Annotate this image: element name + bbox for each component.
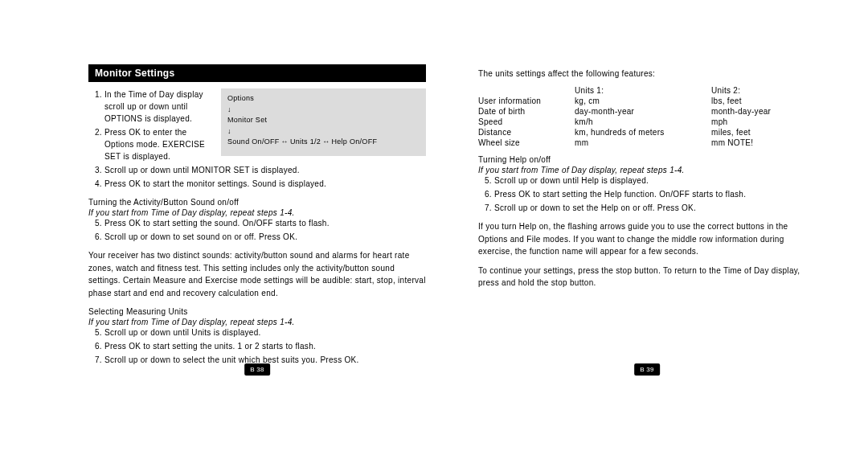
steps-help: Scroll up or down until Help is displaye… bbox=[483, 174, 816, 214]
cell: kg, cm bbox=[575, 96, 711, 105]
double-arrow-icon: ↔ bbox=[280, 138, 290, 146]
subhead-sound: Turning the Activity/Button Sound on/off bbox=[88, 198, 426, 207]
cell: km, hundreds of meters bbox=[575, 128, 711, 137]
steps-units: Scroll up or down until Units is display… bbox=[93, 326, 426, 366]
box-seg-help: Help On/OFF bbox=[331, 138, 377, 146]
double-arrow-icon: ↔ bbox=[321, 138, 331, 146]
step-4: Press OK to start the monitor settings. … bbox=[104, 178, 426, 190]
cell: km/h bbox=[575, 117, 711, 126]
step-3: Scroll up or down until MONITOR SET is d… bbox=[104, 164, 426, 176]
box-monitor-set: Monitor Set bbox=[227, 115, 420, 126]
right-page: The units settings affect the following … bbox=[478, 64, 816, 367]
box-seg-units: Units 1/2 bbox=[290, 138, 321, 146]
col-header-units1: Units 1: bbox=[575, 86, 711, 95]
continue-paragraph: To continue your settings, press the sto… bbox=[478, 265, 816, 289]
page-number: B 38 bbox=[244, 363, 270, 376]
repeat-note: If you start from Time of Day display, r… bbox=[88, 208, 426, 217]
row-label: Wheel size bbox=[478, 138, 575, 147]
step-7c: Scroll up or down to set the Help on or … bbox=[494, 202, 816, 214]
units-intro: The units settings affect the following … bbox=[478, 69, 816, 78]
step-5: Press OK to start setting the sound. On/… bbox=[104, 217, 426, 229]
step-5c: Scroll up or down until Help is displaye… bbox=[494, 174, 816, 187]
page-number: B 39 bbox=[634, 363, 660, 376]
subhead-units: Selecting Measuring Units bbox=[88, 307, 426, 316]
menu-diagram: Options Monitor Set Sound On/OFF↔Units 1… bbox=[221, 88, 426, 156]
cell: miles, feet bbox=[711, 128, 808, 137]
subhead-help: Turning Help on/off bbox=[478, 155, 816, 164]
section-title: Monitor Settings bbox=[88, 64, 426, 82]
box-seg-sound: Sound On/OFF bbox=[227, 138, 280, 146]
cell: mph bbox=[711, 117, 808, 126]
step-1: In the Time of Day display scroll up or … bbox=[104, 88, 213, 125]
cell: day-month-year bbox=[575, 107, 711, 116]
left-page: Monitor Settings In the Time of Day disp… bbox=[88, 64, 426, 367]
cell: mm bbox=[575, 138, 711, 147]
step-2: Press OK to enter the Options mode. EXER… bbox=[104, 126, 213, 162]
col-header-units2: Units 2: bbox=[711, 86, 808, 95]
row-label: Distance bbox=[478, 128, 575, 137]
cell: mm NOTE! bbox=[711, 138, 808, 147]
steps-initial: In the Time of Day display scroll up or … bbox=[93, 88, 213, 164]
row-label: Speed bbox=[478, 117, 575, 126]
step-5b: Scroll up or down until Units is display… bbox=[104, 326, 426, 339]
steps-sound: Press OK to start setting the sound. On/… bbox=[93, 217, 426, 243]
units-table: Units 1: Units 2: User information kg, c… bbox=[478, 86, 816, 147]
step-6: Scroll up or down to set sound on or off… bbox=[104, 231, 426, 243]
arrow-down-icon bbox=[227, 105, 420, 116]
box-bottom-row: Sound On/OFF↔Units 1/2↔Help On/OFF bbox=[227, 137, 420, 148]
row-label: User information bbox=[478, 96, 575, 105]
repeat-note: If you start from Time of Day display, r… bbox=[88, 318, 426, 326]
cell: month-day-year bbox=[711, 107, 808, 116]
row-label: Date of birth bbox=[478, 107, 575, 116]
steps-continued: Scroll up or down until MONITOR SET is d… bbox=[93, 164, 426, 190]
cell: lbs, feet bbox=[711, 96, 808, 105]
step-6c: Press OK to start setting the Help funct… bbox=[494, 188, 816, 200]
repeat-note: If you start from Time of Day display, r… bbox=[478, 166, 816, 174]
sound-paragraph: Your receiver has two distinct sounds: a… bbox=[88, 249, 426, 299]
arrow-down-icon bbox=[227, 126, 420, 138]
help-paragraph: If you turn Help on, the flashing arrows… bbox=[478, 220, 816, 258]
step-6b: Press OK to start setting the units. 1 o… bbox=[104, 340, 426, 352]
box-options: Options bbox=[227, 93, 420, 105]
